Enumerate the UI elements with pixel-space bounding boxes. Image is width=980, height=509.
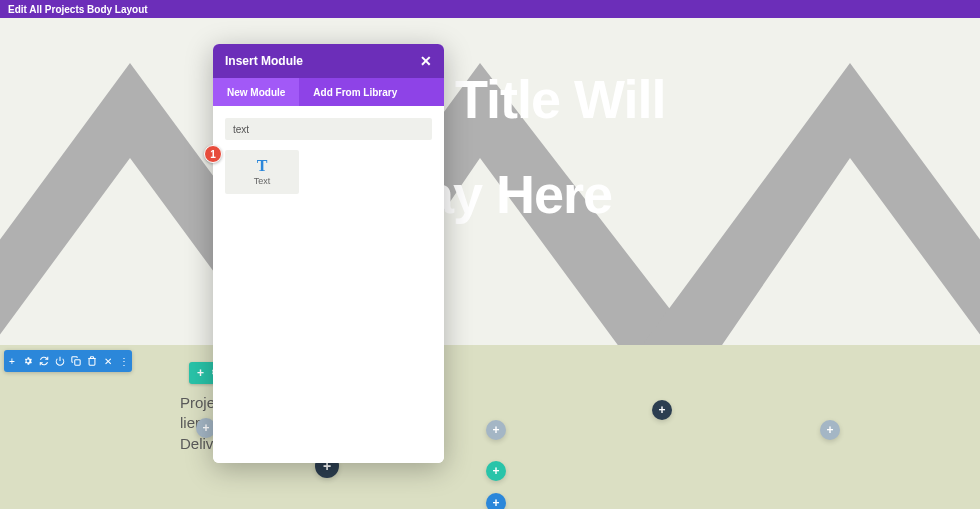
module-item-label: Text [254,176,271,186]
copy-icon[interactable] [68,350,84,372]
add-column-button[interactable]: + [820,420,840,440]
info-line1: Proje [180,393,215,413]
callout-badge-1: 1 [204,145,222,163]
plus-icon[interactable]: + [4,350,20,372]
modal-title: Insert Module [225,54,303,68]
add-row-circle-button[interactable]: + [486,461,506,481]
insert-module-modal: Insert Module ✕ New Module Add From Libr… [213,44,444,463]
add-module-button[interactable]: + [652,400,672,420]
svg-rect-3 [75,360,80,365]
add-column-button[interactable]: + [486,420,506,440]
close-icon[interactable]: ✕ [420,54,432,68]
dots-icon[interactable]: ⋮ [116,350,132,372]
tab-new-module[interactable]: New Module [213,78,299,106]
hero-title-line1: Title Will [455,71,666,128]
add-section-button[interactable]: + [486,493,506,509]
modal-tabs: New Module Add From Library [213,78,444,106]
module-item-text[interactable]: T Text [225,150,299,194]
header-title: Edit All Projects Body Layout [8,4,148,15]
hero-section: Title Will lay Here [0,18,980,345]
tab-add-from-library[interactable]: Add From Library [299,78,411,106]
section-toolbar: + ✕ ⋮ [4,350,132,372]
sync-icon[interactable] [36,350,52,372]
power-icon[interactable] [52,350,68,372]
close-icon[interactable]: ✕ [100,350,116,372]
svg-marker-2 [640,63,980,345]
module-search-input[interactable] [225,118,432,140]
text-icon: T [257,158,268,174]
trash-icon[interactable] [84,350,100,372]
gear-icon[interactable] [20,350,36,372]
plus-icon: + [197,366,204,380]
